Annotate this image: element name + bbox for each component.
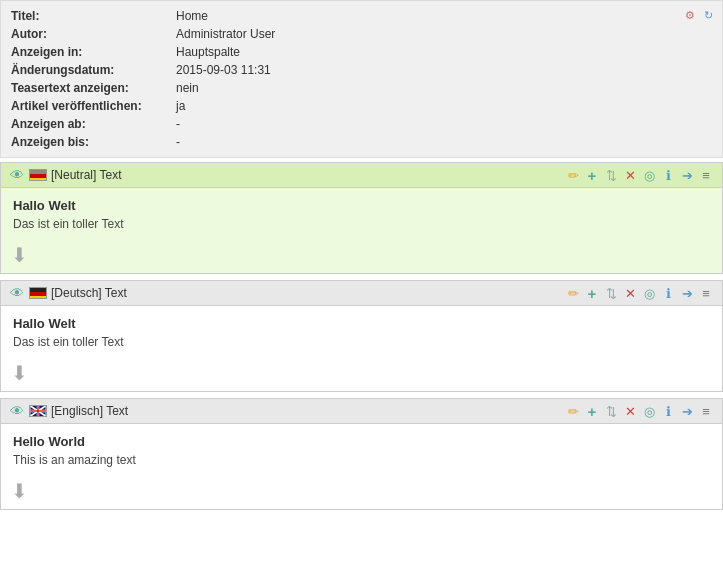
meta-value: Home: [176, 9, 208, 23]
block-header-left: 👁 [Deutsch] Text: [9, 285, 127, 301]
meta-value: nein: [176, 81, 199, 95]
plus-icon-deutsch[interactable]: +: [584, 285, 600, 301]
block-footer-neutral: ⬇: [1, 243, 722, 273]
block-title-deutsch: Hallo Welt: [13, 316, 710, 331]
move-icon-neutral[interactable]: ⇅: [603, 167, 619, 183]
block-text-deutsch: Das ist ein toller Text: [13, 335, 710, 349]
lang-label-englisch: [Englisch] Text: [51, 404, 128, 418]
block-title-neutral: Hallo Welt: [13, 198, 710, 213]
refresh-icon[interactable]: ↻: [700, 7, 716, 23]
view-icon-neutral[interactable]: ◎: [641, 167, 657, 183]
svg-rect-3: [30, 288, 47, 292]
meta-row: Anzeigen bis: -: [11, 133, 712, 151]
meta-row: Anzeigen ab: -: [11, 115, 712, 133]
lang-label-neutral: [Neutral] Text: [51, 168, 121, 182]
content-block-deutsch: 👁 [Deutsch] Text ✏ + ⇅ ✕ ◎ ℹ ➔ ≡ Hallo W…: [0, 280, 723, 392]
block-body-deutsch: Hallo Welt Das ist ein toller Text: [1, 306, 722, 361]
meta-value: -: [176, 117, 180, 131]
cross-icon-deutsch[interactable]: ✕: [622, 285, 638, 301]
view-icon-deutsch[interactable]: ◎: [641, 285, 657, 301]
meta-row: Anzeigen in: Hauptspalte: [11, 43, 712, 61]
content-block-englisch: 👁 [Englisch] Text ✏ + ⇅ ✕ ◎ ℹ ➔ ≡: [0, 398, 723, 510]
block-header-left: 👁 [Englisch] Text: [9, 403, 128, 419]
eye-icon-englisch[interactable]: 👁: [9, 403, 25, 419]
meta-label: Anzeigen ab:: [11, 117, 176, 131]
info-icon-neutral[interactable]: ℹ: [660, 167, 676, 183]
move-icon-englisch[interactable]: ⇅: [603, 403, 619, 419]
plus-icon-neutral[interactable]: +: [584, 167, 600, 183]
plus-icon-englisch[interactable]: +: [584, 403, 600, 419]
block-header-right: ✏ + ⇅ ✕ ◎ ℹ ➔ ≡: [565, 285, 714, 301]
block-title-englisch: Hello World: [13, 434, 710, 449]
down-arrow-neutral[interactable]: ⬇: [9, 245, 29, 265]
meta-value: Administrator User: [176, 27, 275, 41]
arrow-icon-neutral[interactable]: ➔: [679, 167, 695, 183]
cross-icon-englisch[interactable]: ✕: [622, 403, 638, 419]
move-icon-deutsch[interactable]: ⇅: [603, 285, 619, 301]
meta-value: Hauptspalte: [176, 45, 240, 59]
pencil-icon-neutral[interactable]: ✏: [565, 167, 581, 183]
metadata-rows: Titel: Home Autor: Administrator User An…: [11, 7, 712, 151]
block-header-right: ✏ + ⇅ ✕ ◎ ℹ ➔ ≡: [565, 167, 714, 183]
meta-label: Anzeigen bis:: [11, 135, 176, 149]
meta-value: ja: [176, 99, 185, 113]
block-header-left: 👁 [Neutral] Text: [9, 167, 121, 183]
eye-icon-neutral[interactable]: 👁: [9, 167, 25, 183]
info-icon-englisch[interactable]: ℹ: [660, 403, 676, 419]
block-body-neutral: Hallo Welt Das ist ein toller Text: [1, 188, 722, 243]
svg-rect-4: [30, 292, 47, 296]
block-header-neutral: 👁 [Neutral] Text ✏ + ⇅ ✕ ◎ ℹ ➔ ≡: [1, 163, 722, 188]
meta-label: Titel:: [11, 9, 176, 23]
view-icon-englisch[interactable]: ◎: [641, 403, 657, 419]
eye-icon-deutsch[interactable]: 👁: [9, 285, 25, 301]
down-arrow-englisch[interactable]: ⬇: [9, 481, 29, 501]
menu-icon-deutsch[interactable]: ≡: [698, 285, 714, 301]
svg-rect-2: [30, 178, 47, 181]
block-footer-deutsch: ⬇: [1, 361, 722, 391]
meta-top-icons: ⚙ ↻: [682, 7, 716, 23]
meta-label: Anzeigen in:: [11, 45, 176, 59]
pencil-icon-englisch[interactable]: ✏: [565, 403, 581, 419]
content-block-neutral: 👁 [Neutral] Text ✏ + ⇅ ✕ ◎ ℹ ➔ ≡ Hallo W…: [0, 162, 723, 274]
meta-label: Teasertext anzeigen:: [11, 81, 176, 95]
metadata-section: ⚙ ↻ Titel: Home Autor: Administrator Use…: [0, 0, 723, 158]
meta-label: Änderungsdatum:: [11, 63, 176, 77]
svg-rect-5: [30, 296, 47, 299]
meta-value: -: [176, 135, 180, 149]
down-arrow-deutsch[interactable]: ⬇: [9, 363, 29, 383]
block-footer-englisch: ⬇: [1, 479, 722, 509]
menu-icon-neutral[interactable]: ≡: [698, 167, 714, 183]
block-text-englisch: This is an amazing text: [13, 453, 710, 467]
svg-rect-0: [30, 170, 47, 174]
tools-icon[interactable]: ⚙: [682, 7, 698, 23]
content-blocks-container: 👁 [Neutral] Text ✏ + ⇅ ✕ ◎ ℹ ➔ ≡ Hallo W…: [0, 162, 723, 510]
block-header-deutsch: 👁 [Deutsch] Text ✏ + ⇅ ✕ ◎ ℹ ➔ ≡: [1, 281, 722, 306]
block-header-englisch: 👁 [Englisch] Text ✏ + ⇅ ✕ ◎ ℹ ➔ ≡: [1, 399, 722, 424]
meta-label: Artikel veröffentlichen:: [11, 99, 176, 113]
meta-row: Änderungsdatum: 2015-09-03 11:31: [11, 61, 712, 79]
arrow-icon-englisch[interactable]: ➔: [679, 403, 695, 419]
info-icon-deutsch[interactable]: ℹ: [660, 285, 676, 301]
cross-icon-neutral[interactable]: ✕: [622, 167, 638, 183]
pencil-icon-deutsch[interactable]: ✏: [565, 285, 581, 301]
block-header-right: ✏ + ⇅ ✕ ◎ ℹ ➔ ≡: [565, 403, 714, 419]
meta-label: Autor:: [11, 27, 176, 41]
svg-rect-1: [30, 174, 47, 178]
meta-row: Titel: Home: [11, 7, 712, 25]
meta-row: Artikel veröffentlichen: ja: [11, 97, 712, 115]
arrow-icon-deutsch[interactable]: ➔: [679, 285, 695, 301]
block-text-neutral: Das ist ein toller Text: [13, 217, 710, 231]
block-body-englisch: Hello World This is an amazing text: [1, 424, 722, 479]
meta-row: Teasertext anzeigen: nein: [11, 79, 712, 97]
menu-icon-englisch[interactable]: ≡: [698, 403, 714, 419]
meta-row: Autor: Administrator User: [11, 25, 712, 43]
meta-value: 2015-09-03 11:31: [176, 63, 271, 77]
lang-label-deutsch: [Deutsch] Text: [51, 286, 127, 300]
